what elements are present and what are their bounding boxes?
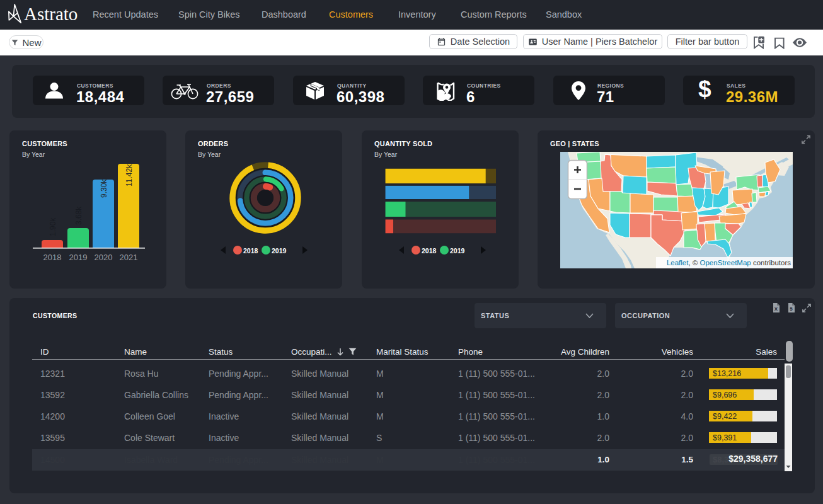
svg-text:2019: 2019	[450, 247, 465, 255]
svg-text:11.42k: 11.42k	[125, 164, 134, 186]
svg-text:2020: 2020	[95, 253, 113, 262]
svg-text:X: X	[774, 306, 778, 312]
svg-text:9.30k: 9.30k	[100, 179, 108, 198]
svg-text:2018: 2018	[43, 253, 62, 262]
svg-text:3.68k: 3.68k	[74, 206, 83, 225]
svg-text:2021: 2021	[120, 253, 138, 262]
svg-text:2018: 2018	[243, 247, 258, 255]
svg-text:5: 5	[790, 306, 793, 312]
svg-text:1.90k: 1.90k	[49, 217, 57, 236]
svg-text:Leaflet, © OpenStreetMap contr: Leaflet, © OpenStreetMap contributors	[667, 259, 791, 266]
svg-text:2019: 2019	[69, 253, 88, 262]
svg-text:2018: 2018	[422, 247, 437, 255]
svg-text:2019: 2019	[272, 247, 287, 255]
